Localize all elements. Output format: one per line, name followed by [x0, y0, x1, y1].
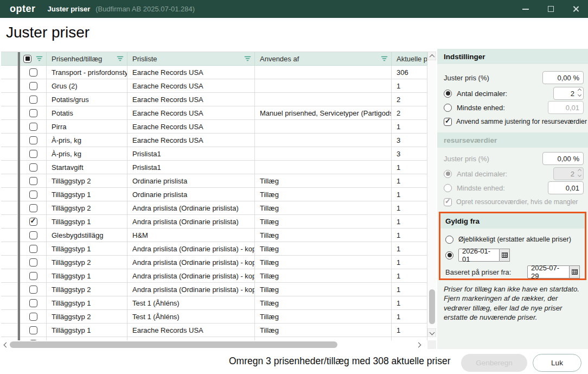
- cell-prisliste: Andra prislista (Ordinarie prislista) - …: [127, 242, 255, 256]
- immediate-label: Øjeblikkeligt (erstatter aktuelle priser…: [458, 236, 571, 243]
- table-row[interactable]: À-pris, kg Earache Records USA 3: [1, 134, 427, 147]
- table-row[interactable]: Tilläggstyp 2 Andra prislista (Ordinarie…: [1, 256, 427, 269]
- row-checkbox[interactable]: [29, 82, 37, 90]
- scroll-right-button[interactable]: [414, 340, 423, 349]
- table-row[interactable]: Tilläggstyp 2 Ordinarie prislista Tillæg…: [1, 174, 427, 188]
- table-row[interactable]: Glesbygdstillägg H&M Tillæg 1: [1, 229, 427, 242]
- table-row[interactable]: Startavgift Prislista1 1: [1, 161, 427, 174]
- scroll-left-button[interactable]: [1, 340, 10, 349]
- cell-aktuelle: 1: [392, 242, 427, 256]
- select-all-checkbox[interactable]: [23, 55, 31, 63]
- row-checkbox[interactable]: [29, 272, 37, 280]
- table-row[interactable]: Tilläggstyp 1 Andra prislista (Ordinarie…: [1, 269, 427, 283]
- table-row[interactable]: Tilläggstyp 2 Andra prislista (Ordinarie…: [1, 283, 427, 296]
- checkbox-cell: [20, 93, 47, 106]
- column-header-aktuelle[interactable]: Aktuelle p: [392, 52, 427, 66]
- resource-smallest-unit-label: Mindste enhed:: [457, 184, 505, 192]
- cell-anvendes: Tillæg: [255, 242, 392, 256]
- based-on-date-input[interactable]: 2025-07-29: [527, 265, 570, 278]
- settings-section-header: Indstillinger: [437, 49, 588, 64]
- row-checkbox[interactable]: [29, 245, 37, 253]
- row-checkbox[interactable]: [29, 313, 37, 321]
- table-row[interactable]: Tilläggstyp 2 Andra prislista (Ordinarie…: [1, 201, 427, 215]
- row-checkbox[interactable]: [29, 68, 37, 77]
- vertical-scrollbar[interactable]: [427, 52, 436, 337]
- table-row[interactable]: Tilläggstyp 1 Andra prislista (Ordinarie…: [1, 215, 427, 229]
- row-header-cell: [1, 106, 18, 120]
- cell-aktuelle: 2: [392, 93, 427, 106]
- row-checkbox[interactable]: [29, 231, 37, 239]
- maximize-button[interactable]: [538, 0, 563, 18]
- row-checkbox[interactable]: [29, 258, 37, 267]
- table-row[interactable]: Potatis Earache Records USA Manuel prise…: [1, 106, 427, 120]
- close-dialog-button[interactable]: Luk: [533, 354, 581, 372]
- row-checkbox[interactable]: [29, 177, 37, 185]
- table-row[interactable]: Tilläggstyp 1 Ordinarie prislista Tillæg…: [1, 188, 427, 201]
- calendar-button[interactable]: [570, 265, 580, 278]
- column-header-label: Prisenhed/tillæg: [52, 55, 102, 63]
- filter-icon[interactable]: [36, 56, 43, 61]
- horizontal-scrollbar-thumb[interactable]: [10, 341, 337, 348]
- column-header-anvendes[interactable]: Anvendes af: [255, 52, 392, 66]
- row-header-column: [1, 52, 18, 66]
- filter-icon[interactable]: [381, 56, 388, 61]
- row-checkbox[interactable]: [29, 326, 37, 334]
- cell-aktuelle: 1: [392, 161, 427, 174]
- decimals-row: Antal decimaler: 2: [437, 87, 588, 100]
- vertical-scrollbar-thumb[interactable]: [429, 289, 435, 324]
- apply-same-row: Anvend samme justering for resurseværdie…: [437, 115, 588, 128]
- row-checkbox[interactable]: [29, 191, 37, 199]
- resource-create-row: Opret ressourceværdier, hvis de mangler: [437, 195, 588, 208]
- cell-aktuelle: 1: [392, 256, 427, 269]
- row-checkbox[interactable]: [29, 204, 37, 212]
- table-row[interactable]: Tilläggstyp 1 Test 1 (Åhléns) Tillæg 1: [1, 296, 427, 310]
- scroll-down-button[interactable]: [427, 328, 436, 337]
- table-row[interactable]: Tilläggstyp 1 Andra prislista (Ordinarie…: [1, 242, 427, 256]
- spinner-arrows-icon[interactable]: [578, 89, 581, 96]
- spinner-arrows-icon: [578, 169, 581, 176]
- row-checkbox[interactable]: [29, 286, 37, 294]
- row-checkbox[interactable]: [29, 150, 37, 158]
- horizontal-scrollbar[interactable]: [1, 340, 426, 349]
- window-controls: [513, 0, 588, 18]
- cell-prisenhed: Tilläggstyp 2: [47, 256, 127, 269]
- cell-prisenhed: Tilläggstyp 1: [47, 324, 127, 337]
- calendar-button[interactable]: [500, 249, 510, 262]
- adjust-price-input[interactable]: 0,00 %: [542, 71, 584, 84]
- valid-from-date-input[interactable]: 2026-01-01: [458, 249, 500, 262]
- row-checkbox[interactable]: [29, 136, 37, 144]
- date-radio[interactable]: [445, 251, 453, 259]
- row-checkbox[interactable]: [29, 163, 37, 172]
- row-checkbox[interactable]: [29, 109, 37, 117]
- scroll-up-button[interactable]: [427, 52, 436, 60]
- recalculate-button: Genberegn: [461, 354, 527, 372]
- cell-anvendes: Tillæg: [255, 188, 392, 201]
- minimize-button[interactable]: [513, 0, 538, 18]
- close-button[interactable]: [563, 0, 588, 18]
- row-header-cell: [1, 229, 18, 242]
- cell-aktuelle: 1: [392, 120, 427, 134]
- row-checkbox[interactable]: [29, 218, 37, 226]
- immediate-radio[interactable]: [445, 236, 453, 244]
- filter-icon[interactable]: [117, 56, 124, 61]
- apply-same-checkbox[interactable]: [444, 118, 452, 126]
- filter-icon[interactable]: [244, 56, 251, 61]
- decimals-radio[interactable]: [444, 90, 452, 98]
- table-row[interactable]: Transport - prisfordonstyp Earache Recor…: [1, 66, 427, 79]
- table-row[interactable]: Tilläggstyp 1 Earache Records USA Tillæg…: [1, 324, 427, 337]
- decimals-label: Antal decimaler:: [457, 90, 507, 98]
- section-title: Indstillinger: [444, 53, 485, 61]
- table-row[interactable]: Potatis/grus Earache Records USA 2: [1, 93, 427, 106]
- decimals-input[interactable]: 2: [553, 87, 584, 100]
- column-header-prisliste[interactable]: Prisliste: [127, 52, 255, 66]
- row-checkbox[interactable]: [29, 299, 37, 307]
- row-header-cell: [1, 188, 18, 201]
- table-row[interactable]: Pirra Earache Records USA 1: [1, 120, 427, 134]
- smallest-unit-radio[interactable]: [444, 104, 452, 112]
- row-checkbox[interactable]: [29, 96, 37, 104]
- table-row[interactable]: Tilläggstyp 2 Test 1 (Åhléns) Tillæg 1: [1, 310, 427, 324]
- table-row[interactable]: Grus (2) Earache Records USA 1: [1, 79, 427, 93]
- table-row[interactable]: À-pris, kg Prislista1 3: [1, 147, 427, 161]
- column-header-prisenhed[interactable]: Prisenhed/tillæg: [47, 52, 127, 66]
- row-checkbox[interactable]: [29, 123, 37, 131]
